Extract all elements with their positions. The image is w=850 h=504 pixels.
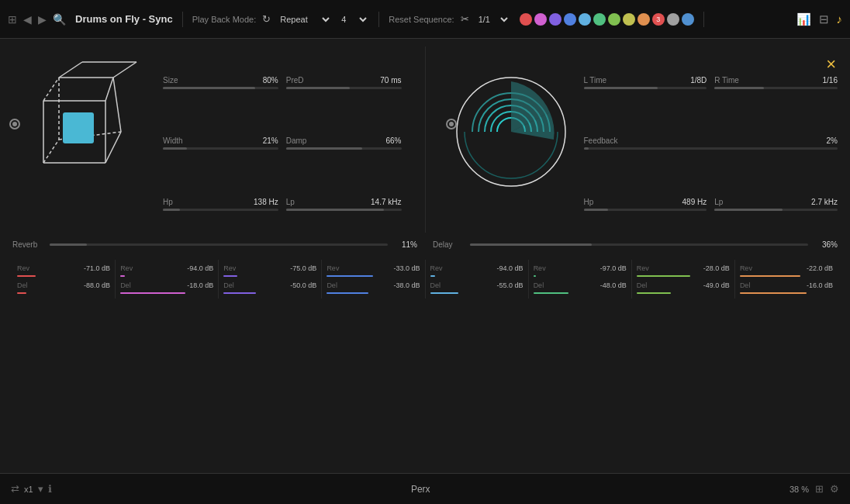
search-icon[interactable]: 🔍 — [53, 13, 66, 26]
rtime-value: 1/16 — [823, 76, 838, 85]
svg-line-1 — [113, 62, 136, 78]
ch-rev-bar — [17, 275, 36, 277]
reverb-width-group: Width 21% — [163, 136, 278, 150]
grid-icon[interactable]: ⊞ — [8, 13, 17, 26]
svg-line-10 — [105, 132, 121, 163]
reverb-mix-track[interactable] — [50, 243, 388, 246]
color-chip-2[interactable] — [549, 13, 561, 26]
arrow-right-icon[interactable]: ▶ — [38, 13, 47, 26]
zoom-pct: 38 % — [790, 485, 809, 494]
ch-del-row: Del -55.0 dB — [430, 281, 523, 289]
ch-del-bar — [223, 292, 256, 294]
size-slider[interactable] — [163, 87, 278, 89]
ch-del-row: Del -18.0 dB — [120, 281, 213, 289]
dl-lp-value: 2.7 kHz — [811, 198, 838, 206]
rv-lp-slider[interactable] — [286, 209, 402, 211]
ch-rev-row: Rev -94.0 dB — [430, 264, 523, 272]
dl-hp-value: 489 Hz — [682, 198, 707, 206]
width-slider[interactable] — [163, 147, 278, 150]
damp-slider[interactable] — [286, 147, 402, 150]
ltime-slider[interactable] — [584, 87, 707, 89]
dl-hp-label: Hp — [584, 198, 594, 206]
grid2-icon[interactable]: ⊟ — [819, 12, 829, 26]
delay-mix-row: Delay 36% — [433, 240, 838, 249]
channel-1: Rev -94.0 dB Del -18.0 dB — [116, 260, 219, 299]
playback-mode-select[interactable]: Repeat One Shot Ping Pong — [277, 14, 332, 25]
settings-icon[interactable]: ⚙ — [830, 483, 839, 495]
channel-6: Rev -28.0 dB Del -49.0 dB — [632, 260, 735, 299]
color-chip-6[interactable] — [608, 13, 620, 26]
color-chip-11[interactable] — [682, 13, 694, 26]
reverb-mix-value: 11% — [394, 240, 417, 249]
channel-strips: Rev -71.0 dB Del -88.0 dB Rev -94.0 dB D… — [12, 260, 838, 299]
delay-param-row-1: L Time 1/8D R Time 1/16 — [584, 76, 838, 89]
ch-rev-bar — [637, 275, 691, 277]
dl-hp-slider[interactable] — [584, 209, 707, 211]
ch-rev-row: Rev -33.0 dB — [327, 264, 420, 272]
dl-lp-slider[interactable] — [714, 209, 838, 211]
delay-radio[interactable] — [446, 119, 457, 129]
delay-rtime-group: R Time 1/16 — [714, 76, 838, 89]
playback-label: Play Back Mode: — [192, 15, 257, 24]
music-icon[interactable]: ♪ — [837, 12, 843, 26]
pred-slider[interactable] — [286, 87, 402, 89]
channel-4: Rev -94.0 dB Del -55.0 dB — [426, 260, 529, 299]
reverb-mix-row: Reverb 11% — [12, 240, 417, 249]
ch-del-row: Del -49.0 dB — [637, 281, 730, 289]
scissors-icon: ✂ — [461, 13, 469, 25]
color-chip-3[interactable] — [564, 13, 576, 26]
size-value: 80% — [263, 76, 278, 85]
ch-rev-row: Rev -97.0 dB — [534, 264, 627, 272]
rtime-slider[interactable] — [714, 87, 838, 89]
ch-rev-bar — [120, 275, 125, 277]
delay-mix-section: Delay 36% — [433, 240, 838, 249]
ch-rev-bar — [740, 275, 800, 277]
close-button[interactable]: × — [826, 54, 836, 74]
rv-hp-label: Hp — [163, 198, 173, 206]
channel-2: Rev -75.0 dB Del -50.0 dB — [219, 260, 322, 299]
ch-del-bar — [17, 292, 26, 294]
ch-del-row: Del -50.0 dB — [223, 281, 316, 289]
ch-del-bar — [327, 292, 368, 294]
bb-left: ⇄ x1 ▾ ℹ — [11, 483, 52, 495]
color-chip-4[interactable] — [579, 13, 591, 26]
svg-line-9 — [105, 78, 113, 101]
separator3 — [703, 12, 704, 27]
app-title: Drums on Fly - Sync — [75, 13, 173, 25]
color-chip-9[interactable]: 3 — [652, 13, 665, 26]
fraction-select[interactable]: 1/1 1/2 1/4 — [475, 14, 510, 25]
ltime-label: L Time — [584, 76, 607, 85]
ch-rev-bar — [327, 275, 373, 277]
mix-bars: Reverb 11% Delay 36% — [12, 240, 838, 249]
color-chip-10[interactable] — [667, 13, 679, 26]
right-icons: 📊 ⊟ ♪ — [796, 12, 843, 26]
rv-hp-slider[interactable] — [163, 209, 278, 211]
arrow-left-icon[interactable]: ◀ — [23, 13, 32, 26]
reverb-param-row-2: Width 21% Damp 66% — [163, 136, 402, 150]
damp-value: 66% — [385, 136, 401, 145]
shuffle-icon[interactable]: ⇄ — [11, 483, 19, 495]
channel-7: Rev -22.0 dB Del -16.0 dB — [735, 260, 838, 299]
ch-del-bar — [534, 292, 569, 294]
reverb-mix-section: Reverb 11% — [12, 240, 417, 249]
color-chip-1[interactable] — [534, 13, 547, 26]
bottom-bar: ⇄ x1 ▾ ℹ Perx 38 % ⊞ ⚙ — [0, 473, 850, 504]
reverb-hp-group: Hp 138 Hz — [163, 198, 278, 211]
delay-lp-group: Lp 2.7 kHz — [714, 198, 838, 211]
feedback-slider[interactable] — [584, 147, 838, 150]
preset-label: Perx — [411, 484, 430, 495]
steps-select[interactable]: 4 8 16 — [338, 14, 369, 25]
reverb-size-group: Size 80% — [163, 76, 278, 89]
color-chip-8[interactable] — [638, 13, 650, 26]
color-chip-0[interactable] — [520, 13, 532, 26]
waveform-icon[interactable]: 📊 — [796, 12, 811, 26]
color-chip-7[interactable] — [623, 13, 635, 26]
zoom-dropdown-icon[interactable]: ▾ — [38, 483, 43, 495]
delay-mix-value: 36% — [814, 240, 838, 249]
reverb-lp-group: Lp 14.7 kHz — [286, 198, 402, 211]
repeat-icon: ↻ — [262, 13, 271, 25]
color-chip-5[interactable] — [593, 13, 606, 26]
reverb-radio[interactable] — [9, 119, 20, 129]
delay-mix-track[interactable] — [470, 243, 808, 246]
ltime-value: 1/8D — [690, 76, 707, 85]
